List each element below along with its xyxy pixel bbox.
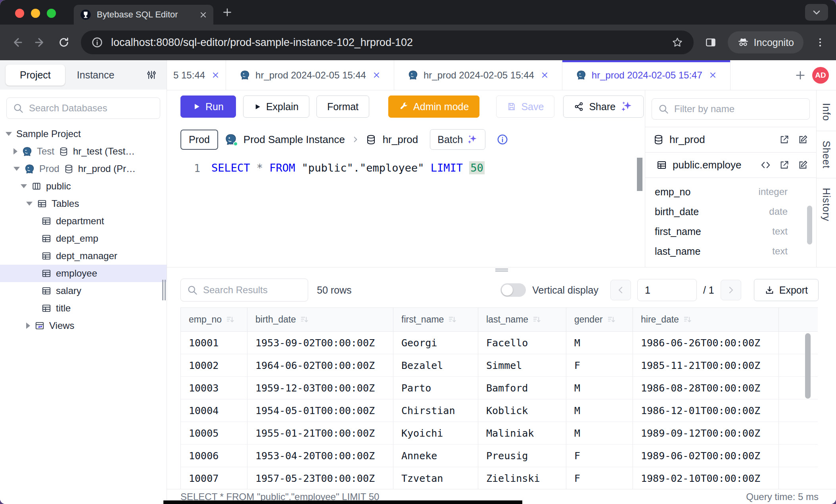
cell[interactable]: 10007 [181,467,247,489]
tree-item-table-salary[interactable]: salary [0,282,167,300]
sort-icon[interactable] [300,315,309,324]
close-window-button[interactable] [15,9,24,18]
cell[interactable]: 10005 [181,422,247,444]
tree-item-table-employee[interactable]: employee [0,265,167,282]
run-button[interactable]: Run [180,95,236,118]
cell[interactable]: F [566,467,633,489]
batch-button[interactable]: Batch [430,129,485,150]
tree-item-hr-prod[interactable]: Prod hr_prod (Pr… [0,160,167,178]
editor-tab-3[interactable]: hr_prod 2024-02-05 15:44 [394,60,562,90]
close-icon[interactable] [212,71,219,79]
cell[interactable]: Tzvetan [393,467,478,489]
cell[interactable]: Preusig [478,445,566,467]
column-header[interactable]: hire_date [633,308,779,331]
column-row[interactable]: birth_date date [645,202,816,221]
cell[interactable]: 10004 [181,399,247,422]
schema-database-row[interactable]: hr_prod [645,127,816,152]
cell[interactable]: Georgi [393,332,478,354]
cell[interactable]: Parto [393,377,478,399]
external-link-icon[interactable] [779,134,790,145]
minimize-window-button[interactable] [31,9,40,18]
cell[interactable]: 1989-06-02T00:00:00Z [633,445,779,467]
column-header[interactable]: gender [566,308,633,331]
column-header[interactable]: emp_no [181,308,247,331]
chevron-down-icon[interactable] [13,167,20,171]
explain-button[interactable]: Explain [243,95,309,118]
chevron-down-icon[interactable] [6,132,12,136]
cell[interactable]: 10006 [181,445,247,467]
table-row[interactable]: 10007 1957-05-23T00:00:00Z Tzvetan Zieli… [181,467,818,489]
tree-item-sample-project[interactable]: Sample Project [0,125,167,143]
window-controls[interactable] [15,9,56,18]
close-icon[interactable] [373,71,380,79]
edit-icon[interactable] [798,160,808,170]
admin-mode-button[interactable]: Admin mode [388,95,479,118]
sort-icon[interactable] [683,315,692,324]
save-button[interactable]: Save [496,95,554,118]
cell[interactable]: 1955-01-21T00:00:00Z [247,422,393,444]
sql-editor[interactable]: 1 SELECT * FROM "public"."employee" LIMI… [167,156,645,267]
column-list-scrollbar[interactable] [807,206,812,244]
tab-search-button[interactable] [805,4,828,21]
column-header[interactable]: last_name [478,308,566,331]
column-row[interactable]: first_name text [645,221,816,241]
external-link-icon[interactable] [779,160,790,170]
cell[interactable]: M [566,399,633,422]
cell[interactable]: 1953-09-02T00:00:00Z [247,332,393,354]
bookmark-star-icon[interactable] [671,36,683,48]
database-name[interactable]: hr_prod [383,134,418,146]
cell[interactable]: Anneke [393,445,478,467]
browser-menu-icon[interactable] [815,37,826,48]
schema-table-row[interactable]: public.employe [645,152,816,178]
table-row[interactable]: 10005 1955-01-21T00:00:00Z Kyoichi Malin… [181,422,818,445]
chevron-right-icon[interactable] [13,148,17,155]
tree-item-public-schema[interactable]: public [0,178,167,195]
tree-item-hr-test[interactable]: Test hr_test (Test… [0,143,167,160]
column-row[interactable]: emp_no integer [645,182,816,202]
editor-tab-1[interactable]: 5 15:44 [167,60,226,90]
close-icon[interactable] [541,71,548,79]
cell[interactable]: F [566,354,633,376]
cell[interactable]: 1959-12-03T00:00:00Z [247,377,393,399]
cell[interactable]: Simmel [478,354,566,376]
tree-item-tables-group[interactable]: Tables [0,195,167,212]
next-page-button[interactable] [721,280,741,300]
table-row[interactable]: 10001 1953-09-02T00:00:00Z Georgi Facell… [181,332,818,354]
cell[interactable]: 1953-04-20T00:00:00Z [247,445,393,467]
address-bar[interactable]: localhost:8080/sql-editor/prod-sample-in… [81,31,694,54]
share-button[interactable]: Share [563,95,644,118]
search-databases-input[interactable] [6,97,160,119]
tree-item-table-dept-manager[interactable]: dept_manager [0,247,167,265]
table-row[interactable]: 10004 1954-05-01T00:00:00Z Chirstian Kob… [181,399,818,422]
code-icon[interactable] [760,160,771,170]
avatar[interactable]: AD [812,67,829,84]
sql-code-line[interactable]: SELECT * FROM "public"."employee" LIMIT … [211,162,485,174]
cell[interactable]: Kyoichi [393,422,478,444]
cell[interactable]: 10002 [181,354,247,376]
browser-tab[interactable]: Bytebase SQL Editor [74,5,213,25]
splitter-grip-icon[interactable] [495,269,508,271]
info-circle-icon[interactable] [497,134,508,145]
edit-icon[interactable] [798,134,808,145]
back-icon[interactable] [10,36,23,49]
cell[interactable]: 10003 [181,377,247,399]
table-row[interactable]: 10002 1964-06-02T00:00:00Z Bezalel Simme… [181,354,818,377]
cell[interactable]: 1989-02-10T00:00:00Z [633,467,779,489]
cell[interactable]: Maliniak [478,422,566,444]
close-tab-icon[interactable] [199,11,207,19]
tree-item-table-title[interactable]: title [0,300,167,317]
tree-item-table-dept-emp[interactable]: dept_emp [0,230,167,247]
new-tab-button[interactable] [222,7,232,19]
column-row[interactable]: last_name text [645,241,816,261]
search-results-input[interactable] [180,279,308,302]
zoom-window-button[interactable] [47,9,56,18]
site-info-icon[interactable] [91,36,103,48]
chevron-right-icon[interactable] [26,323,30,329]
rail-tab-info[interactable]: Info [817,94,836,131]
cell[interactable]: Chirstian [393,399,478,422]
sort-icon[interactable] [226,315,235,324]
cell[interactable]: 1985-11-21T00:00:00Z [633,354,779,376]
sort-icon[interactable] [532,315,541,324]
close-icon[interactable] [709,71,717,79]
table-row[interactable]: 10003 1959-12-03T00:00:00Z Parto Bamford… [181,377,818,399]
